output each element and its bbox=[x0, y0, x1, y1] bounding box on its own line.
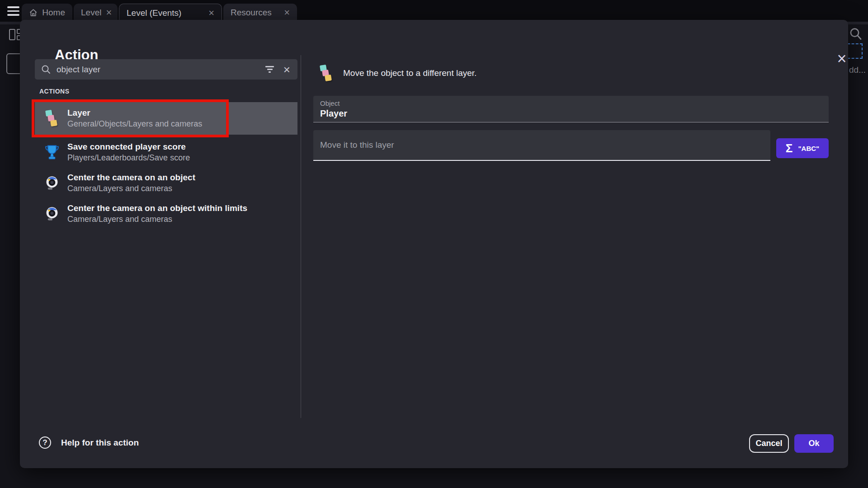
panel-divider bbox=[301, 55, 301, 418]
layers-icon bbox=[318, 64, 335, 82]
expression-editor-button[interactable]: Σ "ABC" bbox=[776, 138, 829, 158]
action-description: Move the object to a different layer. bbox=[343, 68, 476, 78]
tab-home[interactable]: Home bbox=[22, 4, 72, 22]
tab-label: Resources bbox=[231, 8, 272, 18]
result-path: Camera/Layers and cameras bbox=[67, 215, 247, 224]
actions-section-label: ACTIONS bbox=[39, 88, 70, 95]
result-title: Center the camera on an object bbox=[67, 173, 195, 183]
action-result-layer[interactable]: Layer General/Objects/Layers and cameras bbox=[35, 102, 297, 135]
result-title: Save connected player score bbox=[67, 142, 190, 152]
webcam-icon bbox=[45, 175, 59, 191]
result-path: General/Objects/Layers and cameras bbox=[67, 119, 202, 129]
layer-field-input[interactable] bbox=[320, 130, 759, 160]
tab-label: Level (Events) bbox=[127, 8, 181, 18]
result-title: Center the camera on an object within li… bbox=[67, 203, 247, 213]
filter-icon[interactable] bbox=[265, 66, 274, 73]
object-field-input[interactable] bbox=[320, 108, 817, 119]
result-title: Layer bbox=[67, 108, 202, 118]
tab-level[interactable]: Level × bbox=[74, 4, 118, 22]
help-link[interactable]: ? Help for this action bbox=[39, 436, 139, 449]
expression-button-label: "ABC" bbox=[798, 145, 819, 152]
tab-label: Home bbox=[42, 8, 65, 18]
close-icon[interactable]: × bbox=[106, 8, 112, 18]
action-result-center-camera[interactable]: Center the camera on an object Camera/La… bbox=[35, 168, 297, 198]
tab-label: Level bbox=[81, 8, 101, 18]
menu-icon[interactable] bbox=[7, 6, 20, 16]
result-path: Players/Leaderboards/Save score bbox=[67, 153, 190, 163]
help-label: Help for this action bbox=[61, 438, 139, 448]
trophy-icon bbox=[45, 144, 59, 160]
clear-search-icon[interactable]: × bbox=[283, 64, 290, 75]
close-icon[interactable]: × bbox=[284, 8, 290, 18]
sigma-icon: Σ bbox=[786, 142, 793, 154]
action-result-center-camera-limits[interactable]: Center the camera on an object within li… bbox=[35, 199, 297, 229]
layers-icon bbox=[43, 109, 61, 127]
action-result-save-score[interactable]: Save connected player score Players/Lead… bbox=[35, 137, 297, 167]
tab-bar: Home Level × Level (Events) × Resources … bbox=[0, 0, 868, 22]
action-description-row: Move the object to a different layer. bbox=[318, 64, 476, 82]
object-field: Object bbox=[313, 96, 829, 122]
layer-field bbox=[313, 130, 770, 161]
search-icon[interactable] bbox=[849, 27, 863, 42]
object-field-label: Object bbox=[320, 99, 340, 107]
cancel-button[interactable]: Cancel bbox=[749, 434, 789, 453]
help-icon: ? bbox=[39, 436, 51, 449]
action-dialog: Action × × ACTIONS Layer General/Objects… bbox=[20, 20, 848, 468]
close-icon[interactable]: × bbox=[832, 49, 852, 69]
close-icon[interactable]: × bbox=[208, 8, 214, 18]
webcam-icon bbox=[45, 206, 59, 221]
search-icon bbox=[41, 65, 51, 75]
home-icon bbox=[29, 8, 38, 18]
result-path: Camera/Layers and cameras bbox=[67, 184, 195, 193]
tab-resources[interactable]: Resources × bbox=[223, 4, 297, 22]
search-input[interactable] bbox=[57, 65, 265, 75]
search-box: × bbox=[35, 59, 297, 80]
ok-button[interactable]: Ok bbox=[794, 434, 834, 453]
tab-level-events[interactable]: Level (Events) × bbox=[119, 4, 222, 22]
